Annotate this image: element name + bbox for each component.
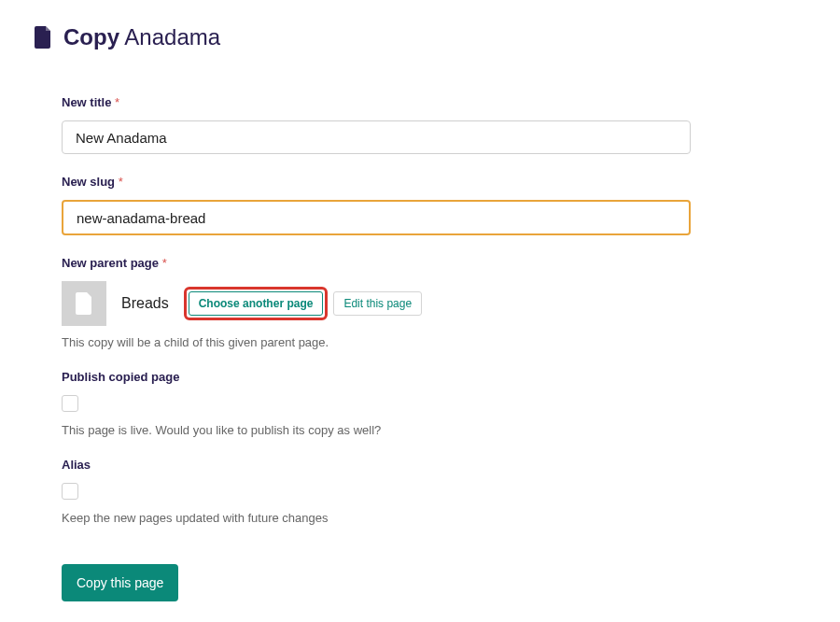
edit-this-page-button[interactable]: Edit this page (333, 291, 422, 316)
new-slug-label: New slug * (62, 175, 752, 189)
new-title-input[interactable] (62, 120, 691, 154)
alias-field: Alias Keep the new pages updated with fu… (62, 458, 752, 525)
new-slug-input[interactable] (62, 200, 691, 235)
publish-helper-text: This page is live. Would you like to pub… (62, 423, 752, 437)
new-title-field: New title * (62, 95, 752, 154)
new-slug-field: New slug * (62, 175, 752, 235)
parent-helper-text: This copy will be a child of this given … (62, 335, 752, 349)
publish-label: Publish copied page (62, 370, 752, 384)
publish-checkbox[interactable] (62, 395, 78, 412)
document-icon (34, 26, 52, 49)
copy-this-page-button[interactable]: Copy this page (62, 564, 178, 601)
publish-field: Publish copied page This page is live. W… (62, 370, 752, 437)
parent-page-label: New parent page * (62, 256, 752, 270)
parent-thumb (62, 281, 106, 326)
alias-checkbox[interactable] (62, 483, 78, 500)
page-title: Copy Anadama (63, 24, 220, 50)
highlight-annotation: Choose another page (184, 287, 329, 320)
new-title-label: New title * (62, 95, 752, 109)
choose-another-page-button[interactable]: Choose another page (189, 291, 324, 316)
alias-helper-text: Keep the new pages updated with future c… (62, 511, 752, 525)
page-header: Copy Anadama (0, 0, 840, 50)
copy-form: New title * New slug * New parent page *… (0, 50, 752, 601)
alias-label: Alias (62, 458, 752, 472)
parent-page-field: New parent page * Breads Choose another … (62, 256, 752, 349)
parent-page-name: Breads (121, 295, 169, 312)
